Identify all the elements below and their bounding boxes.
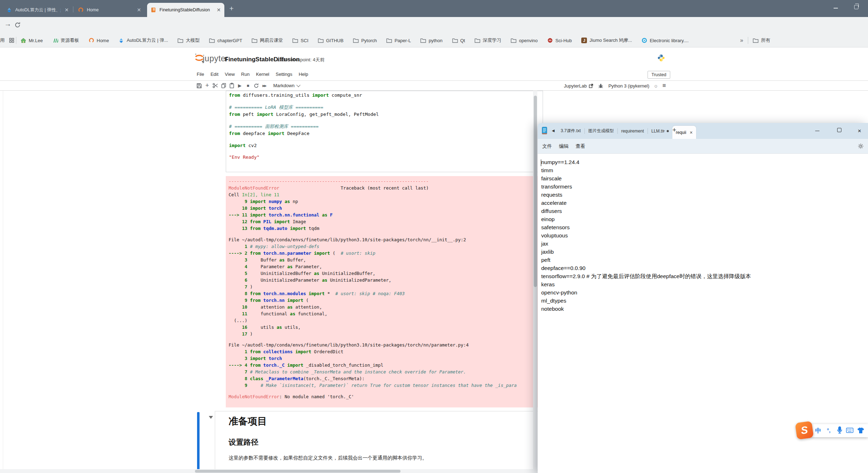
menu-run[interactable]: Run bbox=[238, 72, 253, 77]
menu-view[interactable]: View bbox=[222, 72, 238, 77]
menu-kernel[interactable]: Kernel bbox=[253, 72, 273, 77]
notepad-menu-file[interactable]: 文件 bbox=[542, 143, 552, 150]
bookmark-jiumo[interactable]: J Jiumo Search 鸠摩... bbox=[581, 37, 632, 44]
paste-cell-button[interactable] bbox=[228, 83, 236, 89]
menu-help[interactable]: Help bbox=[296, 72, 312, 77]
sogou-keyboard-icon[interactable] bbox=[846, 428, 853, 433]
close-icon[interactable]: × bbox=[690, 130, 693, 135]
house-icon bbox=[21, 38, 26, 43]
notepad-titlebar[interactable]: ◀ 3.7课件.txt 图片生成模型 requirement LLM.tx re… bbox=[538, 123, 868, 139]
tab-label: AutoDL算力云 | 弹性、好用、 bbox=[15, 7, 61, 13]
restart-kernel-button[interactable] bbox=[252, 83, 260, 89]
tab-scroll-left-icon[interactable]: ◀ bbox=[552, 129, 555, 133]
notepad-maximize-button[interactable] bbox=[837, 128, 841, 132]
kernel-name[interactable]: Python 3 (ipykernel) bbox=[608, 83, 649, 89]
bookmark-label: python bbox=[429, 38, 442, 43]
apps-grid-icon[interactable] bbox=[9, 38, 15, 43]
bookmark-folder-sci[interactable]: SCI bbox=[292, 38, 308, 43]
kernel-menu-icon[interactable]: ≡ bbox=[662, 82, 666, 89]
folder-icon bbox=[511, 38, 516, 43]
collapse-triangle-icon[interactable] bbox=[209, 416, 213, 419]
bookmarks-overflow[interactable]: » 所有 bbox=[740, 37, 770, 44]
browser-tab-autodl[interactable]: AutoDL算力云 | 弹性、好用、 ✕ bbox=[3, 3, 72, 17]
cut-cell-button[interactable] bbox=[211, 83, 219, 89]
page-left-edge bbox=[3, 47, 3, 469]
notepad-minimize-button[interactable] bbox=[815, 131, 819, 131]
bookmark-folder-python[interactable]: python bbox=[420, 38, 442, 43]
close-icon[interactable]: ✕ bbox=[217, 7, 221, 13]
bookmark-autodl[interactable]: AutoDL算力云 | 弹... bbox=[118, 37, 168, 44]
chevron-overflow-icon[interactable]: » bbox=[740, 37, 743, 44]
forward-icon[interactable]: → bbox=[4, 20, 11, 28]
menu-file[interactable]: File bbox=[194, 72, 207, 77]
sogou-punctuation-icon[interactable]: °, bbox=[827, 427, 830, 433]
copy-cell-button[interactable] bbox=[219, 83, 228, 89]
kanban-icon bbox=[52, 38, 58, 43]
bookmark-folder-shenduxuexi[interactable]: 深度学习 bbox=[475, 37, 501, 44]
notepad-tab-llm[interactable]: LLM.tx bbox=[648, 123, 672, 139]
menu-settings[interactable]: Settings bbox=[273, 72, 296, 77]
vertical-scroll-thumb[interactable] bbox=[534, 96, 537, 287]
markdown-cell[interactable]: 准备项目 设置路径 这里的参数不需要修改，如果你想自定义文件夹，后续我会出一个更… bbox=[215, 411, 543, 473]
external-link-icon bbox=[589, 84, 593, 88]
window-restore-button[interactable] bbox=[854, 5, 858, 9]
selected-cell-indicator bbox=[197, 412, 200, 473]
bookmark-folder-github[interactable]: GITHUB bbox=[318, 38, 343, 43]
trusted-badge[interactable]: Trusted bbox=[648, 71, 670, 79]
apps-label[interactable]: 用 bbox=[0, 37, 5, 44]
bookmark-folder-damoxing[interactable]: 大模型 bbox=[178, 37, 200, 44]
add-cell-button[interactable]: + bbox=[203, 82, 211, 89]
notepad-text-content[interactable]: numpy==1.24.4 timm fairscale transformer… bbox=[538, 154, 868, 313]
bookmark-scihub[interactable]: Sci-Hub bbox=[547, 38, 572, 43]
scihub-icon bbox=[547, 38, 553, 43]
bookmark-elibrary[interactable]: Electronic library.... bbox=[642, 38, 689, 43]
stop-kernel-button[interactable]: ■ bbox=[244, 83, 252, 88]
bookmark-folder-paperl[interactable]: Paper-L bbox=[386, 38, 411, 43]
bookmark-home[interactable]: Home bbox=[89, 38, 109, 43]
bookmark-ziyuankanban[interactable]: 资源看板 bbox=[52, 37, 79, 44]
debugger-bug-icon[interactable] bbox=[598, 83, 603, 89]
window-minimize-button[interactable] bbox=[834, 8, 838, 9]
sogou-logo-icon[interactable]: S bbox=[795, 421, 814, 440]
notepad-close-button[interactable]: × bbox=[858, 128, 861, 134]
bookmark-folder-pytorch[interactable]: Pytorch bbox=[353, 38, 377, 43]
screen: AutoDL算力云 | 弹性、好用、 ✕ Home ✕ FinetuningSt… bbox=[0, 0, 868, 473]
browser-tab-home[interactable]: Home ✕ bbox=[74, 3, 145, 17]
browser-tab-strip: AutoDL算力云 | 弹性、好用、 ✕ Home ✕ FinetuningSt… bbox=[0, 0, 868, 17]
bookmark-label: Electronic library.... bbox=[650, 38, 689, 43]
bookmark-label: Home bbox=[97, 38, 109, 43]
tab-scroll-right-icon[interactable]: ▶ bbox=[662, 129, 665, 133]
bookmark-folder-chaptergpt[interactable]: chapterGPT bbox=[209, 38, 242, 43]
notepad-menu-view[interactable]: 查看 bbox=[576, 143, 585, 150]
sogou-skin-icon[interactable] bbox=[857, 427, 865, 434]
notepad-menu-edit[interactable]: 编辑 bbox=[559, 143, 569, 150]
bookmark-folder-wangyiyun[interactable]: 网易云课堂 bbox=[252, 37, 283, 44]
close-icon[interactable]: ✕ bbox=[137, 7, 141, 13]
settings-gear-icon[interactable] bbox=[858, 143, 864, 149]
bookmark-folder-openvino[interactable]: openvino bbox=[511, 38, 538, 43]
notepad-tab-kejian[interactable]: 3.7课件.txt bbox=[557, 123, 584, 139]
notepad-tab-requirement[interactable]: requirement bbox=[618, 123, 648, 139]
new-notepad-tab-button[interactable]: + bbox=[672, 126, 676, 134]
sogou-microphone-icon[interactable] bbox=[836, 426, 843, 435]
bookmark-mrlee[interactable]: Mr.Lee bbox=[21, 38, 43, 43]
reload-icon[interactable] bbox=[14, 22, 21, 28]
notepad-tab-tupian[interactable]: 图片生成模型 bbox=[585, 123, 617, 139]
close-icon[interactable]: ✕ bbox=[65, 7, 69, 13]
menu-edit[interactable]: Edit bbox=[207, 72, 222, 77]
horizontal-scroll-thumb[interactable] bbox=[195, 470, 401, 473]
elib-icon bbox=[642, 38, 647, 43]
new-tab-button[interactable]: + bbox=[229, 5, 234, 12]
open-jupyterlab-link[interactable]: JupyterLab bbox=[564, 83, 593, 89]
all-bookmarks-label[interactable]: 所有 bbox=[761, 37, 770, 44]
run-cell-button[interactable]: ▶ bbox=[236, 83, 244, 88]
restart-run-all-button[interactable]: ▶▶ bbox=[260, 84, 268, 88]
browser-tab-notebook[interactable]: FinetuningStableDiffusion ✕ bbox=[147, 3, 224, 17]
bookmark-label: openvino bbox=[519, 38, 538, 43]
chevron-down-icon bbox=[296, 83, 300, 87]
bookmark-folder-qt[interactable]: Qt bbox=[452, 38, 465, 43]
sogou-chinese-mode-icon[interactable]: 中 bbox=[815, 427, 821, 435]
save-button[interactable] bbox=[195, 83, 203, 89]
code-cell-input[interactable]: from diffusers.training_utils import com… bbox=[226, 91, 543, 172]
cell-type-dropdown[interactable]: Markdown bbox=[273, 83, 300, 88]
